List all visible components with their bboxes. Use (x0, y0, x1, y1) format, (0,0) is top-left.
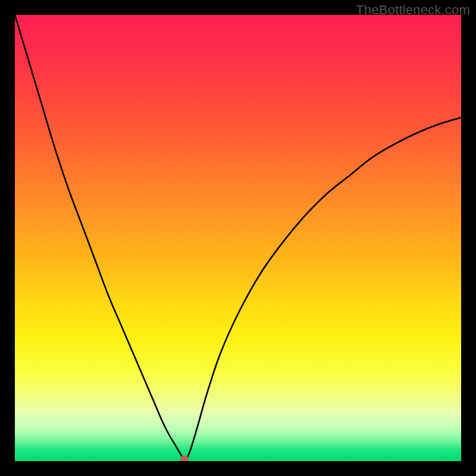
minimum-marker (180, 456, 189, 461)
chart-frame: TheBottleneck.com (0, 0, 476, 476)
watermark-text: TheBottleneck.com (356, 2, 470, 18)
curve-line (15, 15, 461, 459)
plot-area (15, 15, 461, 461)
bottleneck-curve (15, 15, 461, 461)
